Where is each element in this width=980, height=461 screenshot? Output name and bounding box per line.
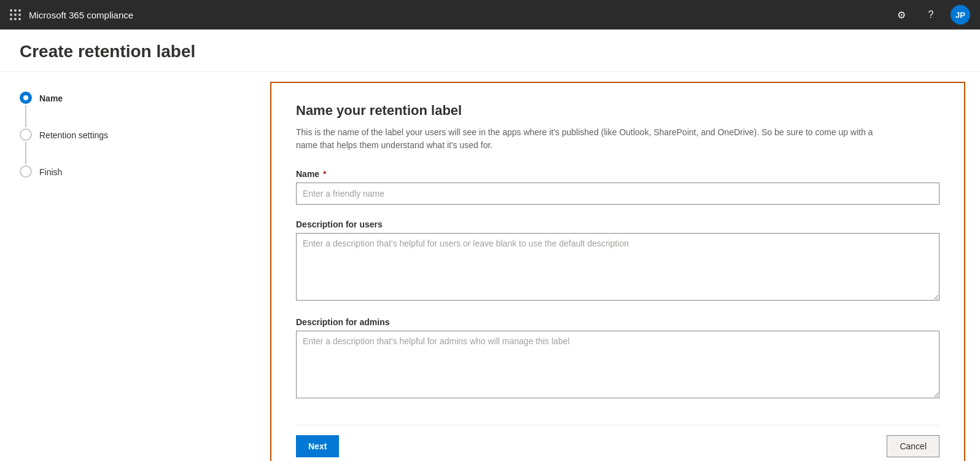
step-retention: Retention settings xyxy=(20,128,251,165)
step-finish-label: Finish xyxy=(39,165,62,178)
desc-users-textarea[interactable] xyxy=(296,233,939,301)
step-name-label: Name xyxy=(39,92,63,104)
step-finish-circle xyxy=(20,165,32,178)
apps-grid-icon[interactable] xyxy=(10,9,21,21)
user-avatar[interactable]: JP xyxy=(951,5,970,25)
help-button[interactable]: ? xyxy=(921,5,941,25)
next-button[interactable]: Next xyxy=(296,435,339,457)
settings-button[interactable]: ⚙ xyxy=(892,5,911,25)
step-line-1 xyxy=(25,105,26,127)
step-retention-connector xyxy=(20,128,32,165)
step-retention-label: Retention settings xyxy=(39,128,108,141)
step-finish-connector xyxy=(20,165,32,178)
form-panel-wrapper: Name your retention label This is the na… xyxy=(270,72,980,461)
form-footer: Next Cancel xyxy=(296,425,939,457)
desc-users-label: Description for users xyxy=(296,219,939,229)
page-title: Create retention label xyxy=(20,42,960,61)
step-name-circle xyxy=(20,92,32,104)
step-name-connector xyxy=(20,92,32,128)
desc-admins-textarea[interactable] xyxy=(296,331,939,398)
form-description: This is the name of the label your users… xyxy=(296,126,885,152)
desc-users-field-group: Description for users xyxy=(296,219,939,302)
step-finish: Finish xyxy=(20,165,251,178)
step-name: Name xyxy=(20,92,251,128)
required-indicator: * xyxy=(321,169,326,179)
stepper-panel: Name Retention settings Finish xyxy=(0,72,270,461)
step-retention-circle xyxy=(20,128,32,141)
app-title: Microsoft 365 compliance xyxy=(29,10,133,20)
form-panel: Name your retention label This is the na… xyxy=(270,82,965,461)
page-container: Create retention label Name Retention se… xyxy=(0,30,980,461)
topbar: Microsoft 365 compliance ⚙ ? JP xyxy=(0,0,980,30)
main-content: Name Retention settings Finish xyxy=(0,72,980,461)
cancel-button[interactable]: Cancel xyxy=(887,435,939,457)
form-heading: Name your retention label xyxy=(296,103,939,119)
page-header: Create retention label xyxy=(0,30,980,72)
step-line-2 xyxy=(25,142,26,164)
desc-admins-label: Description for admins xyxy=(296,317,939,327)
name-label: Name * xyxy=(296,169,939,179)
topbar-icons: ⚙ ? JP xyxy=(892,5,970,25)
name-field-group: Name * xyxy=(296,169,939,205)
name-input[interactable] xyxy=(296,183,939,205)
desc-admins-field-group: Description for admins xyxy=(296,317,939,400)
